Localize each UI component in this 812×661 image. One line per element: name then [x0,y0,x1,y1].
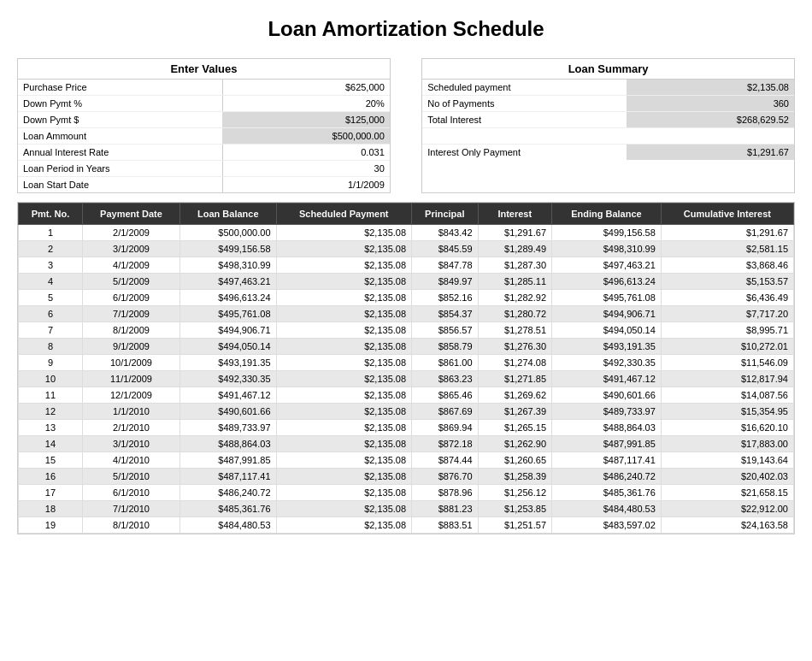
table-cell: $492,330.35 [180,371,276,387]
no-of-payments-value: 360 [627,96,794,111]
table-cell: $6,436.49 [661,290,793,306]
table-cell: $488,864.03 [552,420,662,436]
table-cell: $19,143.64 [661,452,793,469]
table-cell: $1,253.85 [478,501,551,517]
table-cell: $1,285.11 [478,274,551,290]
table-cell: $872.18 [412,436,478,452]
top-section: Enter Values Purchase Price $625,000 Dow… [17,58,795,193]
table-cell: 10 [19,371,83,387]
table-cell: 9/1/2009 [82,339,179,355]
table-cell: $1,289.49 [478,241,551,257]
table-row: 67/1/2009$495,761.08$2,135.08$854.37$1,2… [19,306,794,322]
table-row: 89/1/2009$494,050.14$2,135.08$858.79$1,2… [19,339,794,355]
table-cell: $1,251.57 [478,517,551,534]
table-cell: $2,581.15 [661,241,793,257]
table-cell: $498,310.99 [180,257,276,274]
table-cell: $2,135.08 [276,420,412,436]
table-cell: $1,269.62 [478,387,551,404]
table-cell: $496,613.24 [180,290,276,306]
page-title: Loan Amortization Schedule [17,17,795,41]
table-cell: $11,546.09 [661,355,793,371]
table-cell: $483,597.02 [552,517,662,534]
scheduled-payment-label: Scheduled payment [422,80,627,95]
table-cell: 6/1/2009 [82,290,179,306]
table-cell: $14,087.56 [661,387,793,404]
table-cell: $490,601.66 [552,387,662,404]
down-pymt-dollar-value: $125,000 [222,112,390,127]
interest-only-payment-value: $1,291.67 [627,145,794,160]
table-cell: 1/1/2010 [82,404,179,420]
loan-ammount-value: $500,000.00 [222,128,390,144]
table-row: 910/1/2009$493,191.35$2,135.08$861.00$1,… [19,355,794,371]
table-cell: $7,717.20 [661,306,793,322]
table-cell: $2,135.08 [276,485,412,501]
table-cell: $484,480.53 [552,501,662,517]
table-cell: $5,153.57 [661,274,793,290]
table-cell: $488,864.03 [180,436,276,452]
annual-interest-rate-label: Annual Interest Rate [18,145,222,160]
purchase-price-label: Purchase Price [18,80,222,95]
table-cell: 5/1/2009 [82,274,179,290]
table-cell: $849.97 [412,274,478,290]
table-cell: $1,280.72 [478,306,551,322]
loan-period-label: Loan Period in Years [18,161,222,176]
table-cell: $1,260.65 [478,452,551,469]
table-cell: $21,658.15 [661,485,793,501]
table-cell: 2/1/2010 [82,420,179,436]
table-cell: $847.78 [412,257,478,274]
table-row: 176/1/2010$486,240.72$2,135.08$878.96$1,… [19,485,794,501]
table-row: 34/1/2009$498,310.99$2,135.08$847.78$1,2… [19,257,794,274]
table-cell: 6 [19,306,83,322]
loan-start-date-value[interactable]: 1/1/2009 [222,177,390,192]
table-cell: $495,761.08 [180,306,276,322]
table-cell: $874.44 [412,452,478,469]
table-cell: $883.51 [412,517,478,534]
table-cell: $486,240.72 [180,485,276,501]
down-pymt-pct-value[interactable]: 20% [222,96,390,111]
table-cell: $487,991.85 [180,452,276,469]
table-cell: $491,467.12 [180,387,276,404]
table-cell: $489,733.97 [552,404,662,420]
table-cell: $2,135.08 [276,290,412,306]
annual-interest-rate-value[interactable]: 0.031 [222,145,390,160]
total-interest-label: Total Interest [422,112,627,127]
table-cell: $1,262.90 [478,436,551,452]
table-cell: $2,135.08 [276,339,412,355]
table-cell: $858.79 [412,339,478,355]
table-cell: $22,912.00 [661,501,793,517]
col-header-scheduled-payment: Scheduled Payment [276,204,412,225]
interest-only-payment-row: Interest Only Payment $1,291.67 [422,145,794,160]
col-header-principal: Principal [412,204,478,225]
scheduled-payment-row: Scheduled payment $2,135.08 [422,80,794,96]
down-pymt-pct-row: Down Pymt % 20% [18,96,390,112]
table-cell: $2,135.08 [276,371,412,387]
col-header-ending-balance: Ending Balance [552,204,662,225]
table-cell: 7 [19,322,83,339]
table-cell: $24,163.58 [661,517,793,534]
down-pymt-pct-label: Down Pymt % [18,96,222,111]
no-of-payments-label: No of Payments [422,96,627,111]
table-cell: $1,274.08 [478,355,551,371]
table-cell: 13 [19,420,83,436]
table-cell: $2,135.08 [276,517,412,534]
table-cell: 19 [19,517,83,534]
loan-ammount-row: Loan Ammount $500,000.00 [18,128,390,145]
table-cell: $495,761.08 [552,290,662,306]
purchase-price-value[interactable]: $625,000 [222,80,390,95]
table-cell: 16 [19,469,83,485]
table-cell: 17 [19,485,83,501]
table-cell: 5 [19,290,83,306]
table-cell: $486,240.72 [552,469,662,485]
table-row: 1112/1/2009$491,467.12$2,135.08$865.46$1… [19,387,794,404]
loan-period-value[interactable]: 30 [222,161,390,176]
table-cell: $2,135.08 [276,387,412,404]
table-cell: $16,620.10 [661,420,793,436]
table-cell: $881.23 [412,501,478,517]
scheduled-payment-value: $2,135.08 [627,80,794,95]
table-cell: 8/1/2009 [82,322,179,339]
table-cell: 2 [19,241,83,257]
table-row: 1011/1/2009$492,330.35$2,135.08$863.23$1… [19,371,794,387]
table-cell: $1,282.92 [478,290,551,306]
table-cell: $12,817.94 [661,371,793,387]
table-header-row: Pmt. No. Payment Date Loan Balance Sched… [19,204,794,225]
